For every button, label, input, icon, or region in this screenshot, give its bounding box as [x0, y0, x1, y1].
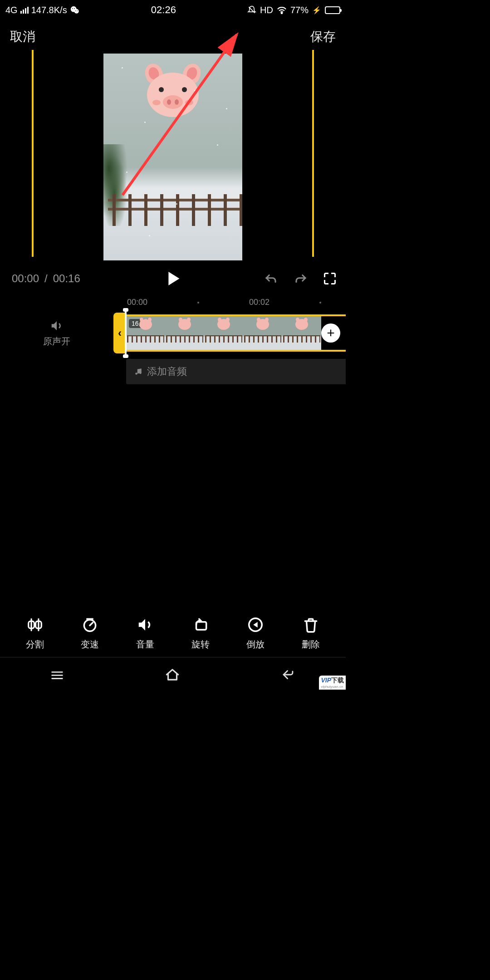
video-preview[interactable] — [103, 54, 242, 260]
split-icon — [26, 616, 44, 634]
status-bar: 4G 147.8K/s 02:26 HD 77% ⚡ — [0, 0, 346, 20]
svg-point-6 — [281, 13, 282, 14]
svg-point-1 — [74, 9, 78, 14]
wechat-icon — [70, 5, 80, 15]
nav-home-button[interactable] — [164, 666, 181, 683]
trash-icon — [302, 616, 320, 634]
svg-point-3 — [74, 8, 75, 9]
add-clip-button[interactable]: + — [321, 323, 340, 343]
total-time-label: 00:16 — [53, 272, 80, 285]
mute-bell-icon — [247, 5, 256, 15]
clip-thumbnail[interactable] — [204, 316, 243, 350]
battery-icon — [325, 6, 340, 14]
tick-label: 00:00 — [127, 298, 147, 307]
rotate-icon — [191, 616, 210, 634]
tool-label: 删除 — [302, 638, 320, 651]
tick-label: 00:02 — [249, 298, 270, 307]
battery-pct-label: 77% — [290, 5, 309, 15]
play-button[interactable] — [168, 272, 179, 285]
current-time-label: 00:00 — [12, 272, 39, 285]
add-audio-button[interactable]: 添加音频 — [126, 359, 346, 384]
edit-toolbar: 分割 变速 音量 旋转 倒放 删除 — [0, 616, 346, 651]
save-button[interactable]: 保存 — [310, 28, 336, 45]
net-speed-label: 147.8K/s — [31, 5, 67, 15]
signal-icon — [20, 6, 29, 14]
network-type-label: 4G — [5, 5, 18, 15]
clip-strip[interactable]: 16.9s — [126, 314, 346, 352]
clip-thumbnail[interactable] — [165, 316, 204, 350]
add-audio-label: 添加音频 — [147, 365, 187, 378]
cancel-button[interactable]: 取消 — [10, 28, 35, 45]
tool-volume[interactable]: 音量 — [136, 616, 154, 651]
editor-header: 取消 保存 — [0, 20, 346, 50]
tool-speed[interactable]: 变速 — [81, 616, 99, 651]
svg-point-5 — [77, 10, 77, 11]
speed-icon — [81, 616, 99, 634]
playback-controls: 00:00 / 00:16 — [0, 260, 346, 289]
playhead[interactable] — [125, 309, 127, 357]
tool-label: 变速 — [81, 638, 99, 651]
tool-label: 倒放 — [246, 638, 265, 651]
system-nav-bar — [0, 657, 346, 691]
charging-icon: ⚡ — [312, 6, 321, 15]
tool-reverse[interactable]: 倒放 — [246, 616, 265, 651]
video-preview-area — [0, 50, 346, 260]
timeline[interactable]: 原声开 ‹ 16.9s + — [0, 313, 346, 353]
clip-thumbnail[interactable]: 16.9s — [126, 316, 165, 350]
hd-label: HD — [260, 5, 273, 15]
original-sound-label[interactable]: 原声开 — [43, 335, 70, 348]
tool-label: 分割 — [26, 638, 44, 651]
svg-point-9 — [139, 372, 142, 374]
reverse-icon — [246, 616, 265, 634]
crop-handle-left[interactable] — [32, 50, 34, 257]
tool-delete[interactable]: 删除 — [302, 616, 320, 651]
svg-point-8 — [135, 372, 137, 375]
watermark: VIP下载 viphuiyuan.cn — [319, 676, 346, 690]
clip-thumbnail[interactable] — [282, 316, 321, 350]
tool-rotate[interactable]: 旋转 — [191, 616, 210, 651]
wifi-icon — [277, 6, 287, 14]
clip-thumbnail[interactable] — [243, 316, 282, 350]
pig-sticker — [143, 67, 202, 117]
clock-label: 02:26 — [151, 4, 176, 16]
tool-split[interactable]: 分割 — [26, 616, 44, 651]
original-sound-icon[interactable] — [50, 319, 64, 333]
nav-menu-button[interactable] — [49, 667, 65, 682]
crop-handle-right[interactable] — [312, 50, 314, 257]
tool-label: 旋转 — [191, 638, 210, 651]
undo-button[interactable] — [264, 273, 278, 284]
timeline-ruler: 00:00 00:02 — [0, 289, 346, 313]
tool-label: 音量 — [136, 638, 154, 651]
volume-icon — [136, 616, 154, 634]
tick-dot-icon — [319, 302, 321, 304]
tick-dot-icon — [197, 302, 199, 304]
time-separator: / — [44, 272, 48, 285]
redo-button[interactable] — [294, 273, 308, 284]
nav-back-button[interactable] — [280, 667, 296, 682]
fullscreen-button[interactable] — [324, 273, 336, 284]
music-note-icon — [134, 368, 142, 376]
clip-trim-handle-left[interactable]: ‹ — [113, 313, 126, 353]
svg-rect-13 — [196, 622, 206, 630]
svg-point-2 — [72, 8, 73, 9]
svg-point-4 — [75, 10, 76, 11]
